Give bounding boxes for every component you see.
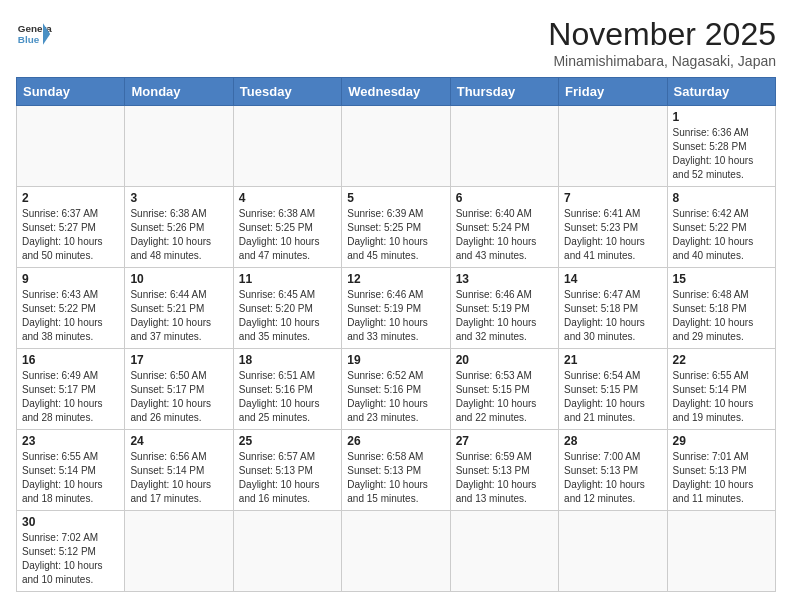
calendar-cell: 6Sunrise: 6:40 AM Sunset: 5:24 PM Daylig…	[450, 187, 558, 268]
calendar-cell: 22Sunrise: 6:55 AM Sunset: 5:14 PM Dayli…	[667, 349, 775, 430]
day-info: Sunrise: 6:41 AM Sunset: 5:23 PM Dayligh…	[564, 207, 661, 263]
calendar-cell	[125, 511, 233, 592]
calendar-cell: 16Sunrise: 6:49 AM Sunset: 5:17 PM Dayli…	[17, 349, 125, 430]
calendar-cell: 21Sunrise: 6:54 AM Sunset: 5:15 PM Dayli…	[559, 349, 667, 430]
day-info: Sunrise: 6:53 AM Sunset: 5:15 PM Dayligh…	[456, 369, 553, 425]
day-info: Sunrise: 6:38 AM Sunset: 5:25 PM Dayligh…	[239, 207, 336, 263]
day-number: 27	[456, 434, 553, 448]
day-info: Sunrise: 6:42 AM Sunset: 5:22 PM Dayligh…	[673, 207, 770, 263]
calendar-cell: 13Sunrise: 6:46 AM Sunset: 5:19 PM Dayli…	[450, 268, 558, 349]
day-number: 17	[130, 353, 227, 367]
day-number: 24	[130, 434, 227, 448]
day-number: 2	[22, 191, 119, 205]
day-info: Sunrise: 6:54 AM Sunset: 5:15 PM Dayligh…	[564, 369, 661, 425]
calendar-cell	[125, 106, 233, 187]
day-info: Sunrise: 7:00 AM Sunset: 5:13 PM Dayligh…	[564, 450, 661, 506]
calendar-cell	[342, 106, 450, 187]
calendar-cell: 26Sunrise: 6:58 AM Sunset: 5:13 PM Dayli…	[342, 430, 450, 511]
day-number: 18	[239, 353, 336, 367]
day-number: 16	[22, 353, 119, 367]
day-number: 19	[347, 353, 444, 367]
month-title: November 2025	[548, 16, 776, 53]
calendar-cell: 12Sunrise: 6:46 AM Sunset: 5:19 PM Dayli…	[342, 268, 450, 349]
calendar-cell: 11Sunrise: 6:45 AM Sunset: 5:20 PM Dayli…	[233, 268, 341, 349]
location: Minamishimabara, Nagasaki, Japan	[548, 53, 776, 69]
calendar-cell: 7Sunrise: 6:41 AM Sunset: 5:23 PM Daylig…	[559, 187, 667, 268]
calendar-cell: 18Sunrise: 6:51 AM Sunset: 5:16 PM Dayli…	[233, 349, 341, 430]
day-number: 20	[456, 353, 553, 367]
calendar-cell	[450, 106, 558, 187]
day-number: 21	[564, 353, 661, 367]
calendar-cell	[559, 511, 667, 592]
week-row-2: 9Sunrise: 6:43 AM Sunset: 5:22 PM Daylig…	[17, 268, 776, 349]
calendar-cell: 19Sunrise: 6:52 AM Sunset: 5:16 PM Dayli…	[342, 349, 450, 430]
day-number: 9	[22, 272, 119, 286]
week-row-0: 1Sunrise: 6:36 AM Sunset: 5:28 PM Daylig…	[17, 106, 776, 187]
calendar-cell: 8Sunrise: 6:42 AM Sunset: 5:22 PM Daylig…	[667, 187, 775, 268]
calendar-cell: 20Sunrise: 6:53 AM Sunset: 5:15 PM Dayli…	[450, 349, 558, 430]
calendar-table: SundayMondayTuesdayWednesdayThursdayFrid…	[16, 77, 776, 592]
day-info: Sunrise: 6:37 AM Sunset: 5:27 PM Dayligh…	[22, 207, 119, 263]
weekday-tuesday: Tuesday	[233, 78, 341, 106]
calendar-body: 1Sunrise: 6:36 AM Sunset: 5:28 PM Daylig…	[17, 106, 776, 592]
day-number: 10	[130, 272, 227, 286]
calendar-cell: 1Sunrise: 6:36 AM Sunset: 5:28 PM Daylig…	[667, 106, 775, 187]
day-number: 5	[347, 191, 444, 205]
week-row-4: 23Sunrise: 6:55 AM Sunset: 5:14 PM Dayli…	[17, 430, 776, 511]
calendar-cell	[667, 511, 775, 592]
logo: General Blue	[16, 16, 52, 52]
day-info: Sunrise: 6:39 AM Sunset: 5:25 PM Dayligh…	[347, 207, 444, 263]
day-info: Sunrise: 6:46 AM Sunset: 5:19 PM Dayligh…	[456, 288, 553, 344]
day-info: Sunrise: 7:01 AM Sunset: 5:13 PM Dayligh…	[673, 450, 770, 506]
calendar-cell: 9Sunrise: 6:43 AM Sunset: 5:22 PM Daylig…	[17, 268, 125, 349]
calendar-cell	[559, 106, 667, 187]
day-info: Sunrise: 6:45 AM Sunset: 5:20 PM Dayligh…	[239, 288, 336, 344]
calendar-cell: 27Sunrise: 6:59 AM Sunset: 5:13 PM Dayli…	[450, 430, 558, 511]
calendar-cell	[342, 511, 450, 592]
day-number: 25	[239, 434, 336, 448]
svg-text:Blue: Blue	[18, 34, 40, 45]
day-info: Sunrise: 6:44 AM Sunset: 5:21 PM Dayligh…	[130, 288, 227, 344]
day-number: 15	[673, 272, 770, 286]
weekday-saturday: Saturday	[667, 78, 775, 106]
day-info: Sunrise: 6:50 AM Sunset: 5:17 PM Dayligh…	[130, 369, 227, 425]
day-info: Sunrise: 6:46 AM Sunset: 5:19 PM Dayligh…	[347, 288, 444, 344]
calendar-cell: 15Sunrise: 6:48 AM Sunset: 5:18 PM Dayli…	[667, 268, 775, 349]
day-number: 4	[239, 191, 336, 205]
day-info: Sunrise: 6:56 AM Sunset: 5:14 PM Dayligh…	[130, 450, 227, 506]
day-info: Sunrise: 6:57 AM Sunset: 5:13 PM Dayligh…	[239, 450, 336, 506]
week-row-3: 16Sunrise: 6:49 AM Sunset: 5:17 PM Dayli…	[17, 349, 776, 430]
logo-icon: General Blue	[16, 16, 52, 52]
calendar-cell: 10Sunrise: 6:44 AM Sunset: 5:21 PM Dayli…	[125, 268, 233, 349]
title-area: November 2025 Minamishimabara, Nagasaki,…	[548, 16, 776, 69]
calendar-cell: 23Sunrise: 6:55 AM Sunset: 5:14 PM Dayli…	[17, 430, 125, 511]
weekday-sunday: Sunday	[17, 78, 125, 106]
weekday-monday: Monday	[125, 78, 233, 106]
day-number: 13	[456, 272, 553, 286]
day-info: Sunrise: 6:43 AM Sunset: 5:22 PM Dayligh…	[22, 288, 119, 344]
calendar-cell: 24Sunrise: 6:56 AM Sunset: 5:14 PM Dayli…	[125, 430, 233, 511]
day-number: 30	[22, 515, 119, 529]
day-number: 8	[673, 191, 770, 205]
calendar-cell: 5Sunrise: 6:39 AM Sunset: 5:25 PM Daylig…	[342, 187, 450, 268]
day-info: Sunrise: 6:36 AM Sunset: 5:28 PM Dayligh…	[673, 126, 770, 182]
day-number: 22	[673, 353, 770, 367]
day-info: Sunrise: 6:51 AM Sunset: 5:16 PM Dayligh…	[239, 369, 336, 425]
calendar-cell: 30Sunrise: 7:02 AM Sunset: 5:12 PM Dayli…	[17, 511, 125, 592]
calendar-cell: 28Sunrise: 7:00 AM Sunset: 5:13 PM Dayli…	[559, 430, 667, 511]
calendar-cell: 29Sunrise: 7:01 AM Sunset: 5:13 PM Dayli…	[667, 430, 775, 511]
day-number: 26	[347, 434, 444, 448]
weekday-friday: Friday	[559, 78, 667, 106]
day-number: 23	[22, 434, 119, 448]
day-number: 12	[347, 272, 444, 286]
day-info: Sunrise: 6:48 AM Sunset: 5:18 PM Dayligh…	[673, 288, 770, 344]
day-info: Sunrise: 7:02 AM Sunset: 5:12 PM Dayligh…	[22, 531, 119, 587]
day-number: 29	[673, 434, 770, 448]
weekday-wednesday: Wednesday	[342, 78, 450, 106]
weekday-thursday: Thursday	[450, 78, 558, 106]
day-number: 7	[564, 191, 661, 205]
week-row-5: 30Sunrise: 7:02 AM Sunset: 5:12 PM Dayli…	[17, 511, 776, 592]
day-number: 6	[456, 191, 553, 205]
calendar-cell	[233, 106, 341, 187]
day-number: 1	[673, 110, 770, 124]
